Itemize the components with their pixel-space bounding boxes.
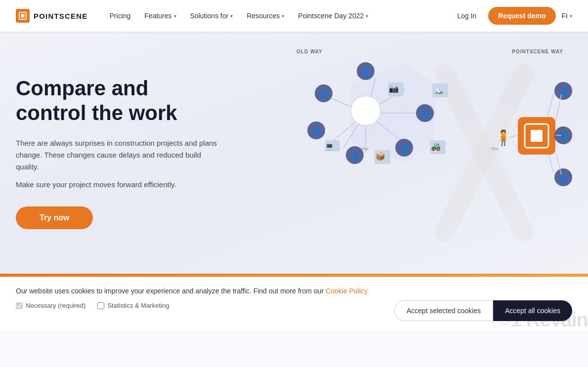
hero-desc-1: There are always surprises in constructi… [16, 137, 223, 173]
nav-solutions[interactable]: Solutions for ▾ [184, 8, 239, 24]
svg-text:👤: 👤 [421, 110, 430, 119]
hero-diagram: OLD WAY POINTSCENE WAY [262, 32, 588, 274]
accept-all-button[interactable]: Accept all cookies [493, 300, 572, 321]
nav-event[interactable]: Pointscene Day 2022 ▾ [292, 8, 374, 24]
necessary-checkbox-group: Necessary (required) [16, 302, 85, 309]
lang-chevron-icon: ▾ [570, 13, 572, 19]
nav-features[interactable]: Features ▾ [138, 8, 182, 24]
svg-rect-1 [21, 14, 24, 17]
svg-point-16 [351, 96, 380, 125]
event-chevron-icon: ▾ [366, 13, 368, 19]
diagram-container: OLD WAY POINTSCENE WAY [267, 39, 583, 266]
svg-text:👤: 👤 [401, 145, 410, 153]
svg-rect-20 [531, 130, 543, 142]
solutions-chevron-icon: ▾ [230, 13, 233, 19]
hero-title: Compare and control the work [16, 76, 223, 126]
cookie-banner: Our website uses cookies to improve your… [0, 277, 588, 331]
svg-text:👤: 👤 [320, 90, 329, 99]
svg-text:👤: 👤 [362, 68, 371, 77]
stats-marketing-label: Statistics & Marketing [107, 302, 169, 309]
cookie-policy-link[interactable]: Cookie Policy. [326, 287, 369, 295]
logo[interactable]: POINTSCENE [16, 9, 88, 23]
cookie-text: Our website uses cookies to improve your… [16, 287, 572, 295]
accept-selected-button[interactable]: Accept selected cookies [394, 300, 493, 321]
navbar: POINTSCENE Pricing Features ▾ Solutions … [0, 0, 588, 32]
necessary-checkbox[interactable] [16, 302, 23, 309]
nav-right: Log In Request demo FI ▾ [451, 7, 572, 25]
svg-text:👤: 👤 [560, 132, 569, 141]
hero-content: Compare and control the work There are a… [16, 76, 223, 230]
necessary-label: Necessary (required) [26, 302, 85, 309]
nav-resources[interactable]: Resources ▾ [241, 8, 290, 24]
svg-text:You: You [491, 146, 499, 151]
svg-text:👤: 👤 [560, 174, 569, 183]
request-demo-button[interactable]: Request demo [488, 7, 555, 25]
hero-desc-2: Make sure your project moves forward eff… [16, 179, 223, 191]
cookie-buttons: Accept selected cookies Accept all cooki… [394, 300, 572, 321]
svg-text:📦: 📦 [376, 152, 385, 161]
stats-marketing-checkbox-group: Statistics & Marketing [97, 302, 169, 309]
svg-text:🚜: 🚜 [431, 142, 441, 151]
svg-text:👤: 👤 [351, 152, 360, 161]
svg-text:🏔️: 🏔️ [433, 85, 443, 94]
svg-text:📷: 📷 [389, 84, 399, 93]
logo-icon [16, 9, 30, 23]
svg-text:💻: 💻 [325, 142, 334, 151]
nav-links: Pricing Features ▾ Solutions for ▾ Resou… [104, 8, 452, 24]
svg-text:👤: 👤 [313, 127, 322, 136]
language-selector[interactable]: FI ▾ [562, 12, 572, 20]
features-chevron-icon: ▾ [174, 13, 176, 19]
stats-marketing-checkbox[interactable] [97, 302, 104, 309]
logo-text: POINTSCENE [34, 12, 88, 20]
hero-section: Compare and control the work There are a… [0, 32, 588, 274]
try-now-button[interactable]: Try now [16, 206, 93, 229]
diagram-svg: You 🧍 You 👤 👤 👤 [267, 44, 583, 261]
login-button[interactable]: Log In [451, 8, 482, 24]
resources-chevron-icon: ▾ [282, 13, 284, 19]
nav-pricing[interactable]: Pricing [104, 8, 137, 24]
